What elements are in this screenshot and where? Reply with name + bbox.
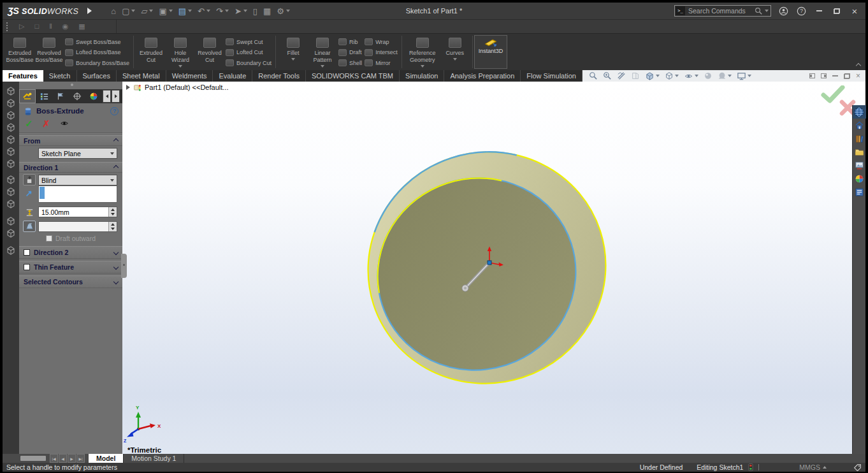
- depth-spinner[interactable]: 15.00mm: [38, 207, 117, 217]
- custom-properties-button[interactable]: [853, 186, 866, 199]
- splitter-grip[interactable]: [20, 456, 46, 461]
- edit-appearance-button[interactable]: [704, 71, 712, 80]
- extruded-cut-button[interactable]: Extruded Cut: [136, 35, 166, 69]
- search-commands-box[interactable]: >_: [674, 5, 771, 17]
- draft-outward-checkbox[interactable]: [46, 235, 52, 242]
- extruded-boss-button[interactable]: Extruded Boss/Base: [5, 35, 34, 69]
- appearances-scenes-button[interactable]: [853, 172, 866, 186]
- revolved-boss-button[interactable]: Revolved Boss/Base: [34, 35, 64, 69]
- draft-toggle-button[interactable]: [23, 221, 36, 232]
- view-tool-icon[interactable]: [6, 122, 16, 133]
- previous-view-button[interactable]: [631, 71, 640, 80]
- tab-render-tools[interactable]: Render Tools: [252, 70, 306, 82]
- next-tab-button[interactable]: ▶: [68, 454, 76, 463]
- help-button[interactable]: ?: [795, 5, 807, 17]
- instant3d-button[interactable]: Instant3D: [474, 35, 508, 69]
- select-button[interactable]: ➤: [232, 6, 250, 17]
- tab-sketch[interactable]: Sketch: [43, 70, 77, 82]
- fillet-button[interactable]: Fillet: [278, 35, 308, 69]
- collapse-ribbon-icon[interactable]: [856, 63, 861, 68]
- draft-angle-spinner[interactable]: [38, 221, 117, 232]
- measure-tool-icon[interactable]: [6, 245, 16, 256]
- search-caret-icon[interactable]: [765, 10, 769, 12]
- copy-tool-icon[interactable]: [6, 216, 16, 226]
- tab-flow-simulation[interactable]: Flow Simulation: [521, 70, 582, 82]
- tab-simulation[interactable]: Simulation: [400, 70, 444, 82]
- intersect-button[interactable]: Intersect: [365, 49, 398, 56]
- preview-eye-button[interactable]: [59, 119, 69, 127]
- pause-button[interactable]: ‖: [44, 23, 57, 30]
- dock-right-icon[interactable]: [821, 73, 827, 78]
- units-selector[interactable]: MMGS: [799, 463, 827, 471]
- view-tool-icon[interactable]: [6, 98, 16, 108]
- minimize-button[interactable]: [813, 5, 825, 17]
- tab-model[interactable]: Model: [89, 454, 124, 463]
- shell-button[interactable]: Shell: [338, 59, 362, 66]
- record-macro-button[interactable]: ◉: [57, 23, 74, 30]
- doc-minimize-icon[interactable]: [832, 75, 838, 76]
- view-settings-button[interactable]: [737, 71, 751, 81]
- tab-dimxpertmanager[interactable]: [69, 89, 85, 103]
- hide-show-items-button[interactable]: [684, 72, 698, 80]
- view-tool-icon[interactable]: [6, 147, 16, 157]
- traffic-light-icon[interactable]: [748, 463, 753, 471]
- tab-configurationmanager[interactable]: [52, 89, 69, 103]
- account-button[interactable]: [778, 5, 789, 17]
- section-selected-contours[interactable]: Selected Contours: [19, 275, 122, 288]
- restore-button[interactable]: [831, 5, 843, 17]
- section-view-button[interactable]: [617, 71, 626, 80]
- undo-button[interactable]: ↶: [195, 6, 213, 17]
- reverse-direction-button[interactable]: [23, 174, 36, 186]
- linear-pattern-button[interactable]: Linear Pattern: [308, 35, 337, 69]
- tag-icon[interactable]: [853, 463, 862, 471]
- tab-featuremanager[interactable]: [36, 89, 52, 103]
- pm-help-button[interactable]: ?: [110, 107, 119, 115]
- home-pane-button[interactable]: [853, 119, 866, 132]
- panel-grip[interactable]: [71, 84, 73, 86]
- display-style-button[interactable]: [665, 71, 679, 80]
- view-tool-icon[interactable]: [6, 110, 16, 120]
- tab-motion-study-1[interactable]: Motion Study 1: [124, 454, 184, 463]
- panel-resize-handle[interactable]: [121, 254, 127, 278]
- home-button[interactable]: ⌂: [108, 6, 119, 17]
- toolbar-grip[interactable]: [6, 22, 9, 31]
- tab-displaymanager[interactable]: [85, 89, 102, 103]
- apply-scene-button[interactable]: [718, 71, 732, 80]
- view-palette-button[interactable]: [853, 159, 866, 172]
- lofted-cut-button[interactable]: Lofted Cut: [226, 49, 271, 56]
- prev-tab-button[interactable]: ◀: [59, 454, 67, 463]
- last-tab-button[interactable]: ▶|: [76, 454, 85, 463]
- spinner-buttons[interactable]: [108, 207, 117, 217]
- close-button[interactable]: ×: [849, 5, 860, 17]
- tab-evaluate[interactable]: Evaluate: [213, 70, 252, 82]
- boundary-boss-button[interactable]: Boundary Boss/Base: [65, 59, 129, 66]
- spinner-buttons[interactable]: [108, 222, 117, 231]
- wrap-button[interactable]: Wrap: [365, 38, 398, 45]
- zoom-to-fit-button[interactable]: [589, 71, 598, 80]
- pm-tab-scroll-left[interactable]: [103, 90, 111, 103]
- tab-features[interactable]: Features: [3, 70, 43, 82]
- section-from[interactable]: From: [19, 135, 122, 146]
- view-tool-icon[interactable]: [6, 135, 16, 145]
- section-thin-feature[interactable]: Thin Feature: [19, 261, 122, 273]
- lofted-boss-button[interactable]: Lofted Boss/Base: [65, 49, 129, 56]
- selection-tool-icon[interactable]: [6, 175, 16, 185]
- redo-button[interactable]: ↷: [213, 6, 231, 17]
- view-tool-icon[interactable]: [6, 159, 16, 169]
- tab-surfaces[interactable]: Surfaces: [77, 70, 117, 82]
- print-button[interactable]: ▤: [176, 6, 194, 17]
- graphics-viewport[interactable]: Part1 (Default) <<Default...: [122, 82, 865, 454]
- zoom-to-area-button[interactable]: [603, 71, 612, 80]
- dock-left-icon[interactable]: [809, 73, 815, 78]
- doc-close-icon[interactable]: ×: [856, 72, 860, 80]
- draft-button[interactable]: Draft: [338, 49, 362, 56]
- tab-weldments[interactable]: Weldments: [166, 70, 213, 82]
- section-direction2[interactable]: Direction 2: [19, 246, 122, 259]
- pm-tab-scroll-right[interactable]: [112, 90, 120, 103]
- cancel-button[interactable]: ✗: [43, 119, 50, 128]
- selection-tool-icon[interactable]: [6, 199, 16, 209]
- save-button[interactable]: ▣: [156, 6, 175, 17]
- tab-solidworks-cam-tbm[interactable]: SOLIDWORKS CAM TBM: [306, 70, 400, 82]
- curves-button[interactable]: Curves: [440, 35, 470, 69]
- direction-reference-listbox[interactable]: [38, 186, 117, 203]
